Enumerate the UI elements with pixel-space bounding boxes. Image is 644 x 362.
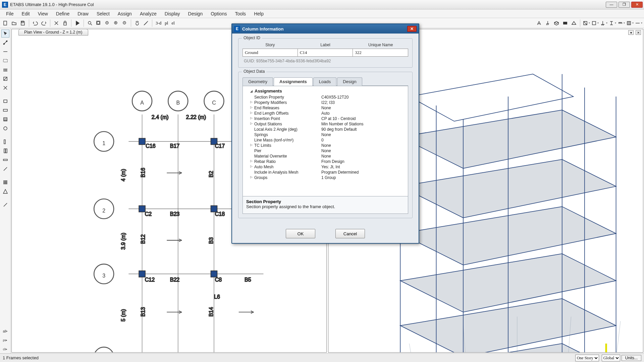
snap-toggle-icon[interactable]: [1, 201, 9, 209]
menu-analyze[interactable]: Analyze: [136, 9, 161, 18]
draw-wall-open-icon[interactable]: [1, 165, 9, 173]
draw-wall3-icon[interactable]: [1, 156, 9, 164]
cancel-button[interactable]: Cancel: [335, 229, 365, 238]
menu-select[interactable]: Select: [93, 9, 114, 18]
pointer-tool-icon[interactable]: [1, 29, 9, 38]
oid-story-input[interactable]: [243, 49, 298, 57]
dialog-titlebar[interactable]: E Column Information ✕: [232, 24, 419, 34]
assignment-row[interactable]: ▷End Length OffsetsAuto: [243, 111, 408, 116]
menu-file[interactable]: File: [2, 9, 18, 18]
show-extrude-icon[interactable]: [552, 19, 560, 27]
assignment-row[interactable]: Section PropertyC40X55-12T20: [243, 95, 408, 100]
expand-icon[interactable]: [250, 154, 254, 159]
assignment-row[interactable]: ▷Rebar RatioFrom Design: [243, 159, 408, 164]
expand-icon[interactable]: [250, 132, 254, 137]
view-close-button[interactable]: ✕: [636, 30, 641, 35]
expand-icon[interactable]: ▷: [250, 111, 254, 116]
undo-icon[interactable]: [31, 19, 39, 27]
open-icon[interactable]: [10, 19, 18, 27]
dialog-close-button[interactable]: ✕: [407, 26, 417, 32]
plan-view-tab[interactable]: Plan View - Ground - Z = 1.2 (m): [18, 29, 88, 36]
assign-load2-icon[interactable]: [626, 19, 634, 27]
draw-column-icon[interactable]: [1, 66, 9, 74]
menu-design[interactable]: Design: [184, 9, 207, 18]
draw-dim-icon[interactable]: [1, 187, 9, 195]
draw-wall2-icon[interactable]: [1, 147, 9, 155]
expand-icon[interactable]: [250, 170, 254, 175]
tab-design[interactable]: Design: [337, 77, 362, 86]
draw-floor-icon[interactable]: [1, 97, 9, 105]
expand-icon[interactable]: ▷: [250, 122, 254, 126]
assignment-row[interactable]: ▷End ReleasesNone: [243, 105, 408, 111]
oid-uname-input[interactable]: [353, 49, 408, 57]
select-clear-icon[interactable]: clr▸: [1, 345, 9, 353]
zoom-in-icon[interactable]: [112, 19, 120, 27]
select-prev-icon[interactable]: ps▸: [1, 336, 9, 344]
refresh-icon[interactable]: [52, 19, 60, 27]
expand-icon[interactable]: [250, 148, 254, 153]
run-analysis-icon[interactable]: [73, 19, 82, 27]
assign-restraint-icon[interactable]: [600, 19, 608, 27]
window-close-button[interactable]: ✕: [631, 2, 643, 8]
assignment-row[interactable]: ▷Groups1 Group: [243, 175, 408, 180]
measure-icon[interactable]: [142, 19, 150, 27]
expand-icon[interactable]: ▷: [250, 116, 254, 121]
expand-icon[interactable]: ▷: [250, 175, 254, 180]
menu-assign[interactable]: Assign: [114, 9, 136, 18]
menu-define[interactable]: Define: [52, 9, 73, 18]
draw-wall1-icon[interactable]: [1, 138, 9, 146]
oid-label-input[interactable]: [298, 49, 353, 57]
zoom-prev-icon[interactable]: [103, 19, 111, 27]
expand-icon[interactable]: ▷: [250, 159, 254, 164]
draw-rect-icon[interactable]: [1, 106, 9, 114]
assignment-row[interactable]: Material OverwriteNone: [243, 154, 408, 159]
draw-beam-icon[interactable]: [1, 48, 9, 56]
menu-draw[interactable]: Draw: [73, 9, 93, 18]
draw-brace-icon[interactable]: [1, 75, 9, 83]
pan-icon[interactable]: [133, 19, 141, 27]
menu-options[interactable]: Options: [207, 9, 231, 18]
assign-frame-icon[interactable]: [582, 19, 590, 27]
assignment-row[interactable]: ▷Output StationsMin Number of Stations: [243, 121, 408, 127]
menu-help[interactable]: Help: [250, 9, 268, 18]
assign-section-icon[interactable]: [608, 19, 616, 27]
save-icon[interactable]: [19, 19, 27, 27]
show-supports-icon[interactable]: [544, 19, 552, 27]
assignment-row[interactable]: Include in Analysis MeshProgram Determin…: [243, 170, 408, 175]
view-max-button[interactable]: ▾: [628, 30, 634, 35]
draw-grid-icon[interactable]: [1, 178, 9, 186]
lock-icon[interactable]: [61, 19, 69, 27]
assignment-row[interactable]: ▷Auto MeshYes: Jt, Int: [243, 164, 408, 170]
draw-wall-icon[interactable]: [1, 124, 9, 132]
reshape-tool-icon[interactable]: [1, 39, 9, 47]
story-select[interactable]: One Story: [575, 355, 599, 361]
assignment-row[interactable]: Line Mass (tonf-s²/m²)0: [243, 137, 408, 143]
assignment-row[interactable]: PierNone: [243, 148, 408, 154]
assignment-row[interactable]: ▷Insertion PointCP at 10 - Centroid: [243, 116, 408, 121]
coord-select[interactable]: Global: [602, 355, 620, 361]
menu-edit[interactable]: Edit: [18, 9, 34, 18]
draw-quick-floor-icon[interactable]: [1, 115, 9, 123]
units-button[interactable]: Units...: [622, 355, 641, 361]
show-perspective-icon[interactable]: [570, 19, 578, 27]
expand-icon[interactable]: ▷: [250, 100, 254, 105]
expand-icon[interactable]: ▷: [250, 143, 254, 148]
assign-shell-icon[interactable]: [591, 19, 599, 27]
tab-geometry[interactable]: Geometry: [243, 77, 273, 86]
view-elev-button[interactable]: el: [170, 20, 176, 26]
expand-icon[interactable]: ▷: [250, 165, 254, 169]
zoom-rubber-icon[interactable]: [86, 19, 94, 27]
new-icon[interactable]: [1, 19, 9, 27]
expand-icon[interactable]: ▷: [250, 106, 254, 110]
assignment-row[interactable]: ▷TC LimitsNone: [243, 143, 408, 148]
tab-assignments[interactable]: Assignments: [274, 77, 313, 86]
show-fill-icon[interactable]: [561, 19, 569, 27]
tab-loads[interactable]: Loads: [313, 77, 336, 86]
ok-button[interactable]: OK: [286, 229, 315, 238]
window-maximize-button[interactable]: ❐: [619, 2, 630, 8]
view-3d-button[interactable]: 3-d: [154, 20, 163, 26]
draw-quick-beam-icon[interactable]: [1, 57, 9, 65]
zoom-full-icon[interactable]: [95, 19, 103, 27]
window-minimize-button[interactable]: —: [606, 2, 617, 8]
menu-view[interactable]: View: [34, 9, 52, 18]
